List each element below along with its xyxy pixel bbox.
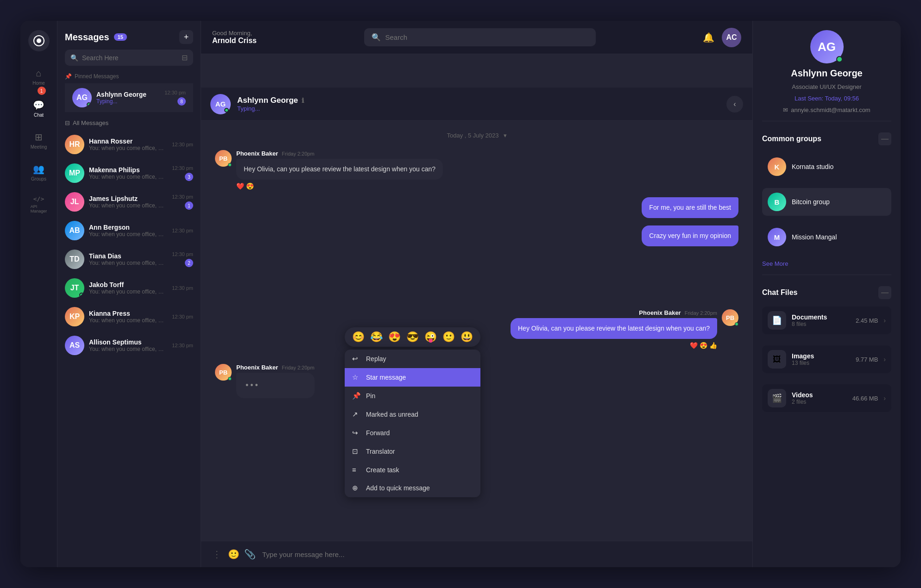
emoji-5[interactable]: 😜 [424, 331, 437, 343]
avatar-allison: AS [65, 336, 84, 355]
contact-list: HR Hanna Rosser You: when you come offic… [57, 130, 201, 567]
sidebar-item-chat[interactable]: 💬 1 Chat [20, 95, 57, 122]
left-navigation: ⌂ Home 💬 1 Chat ⊞ Meeting 👥 Groups [20, 21, 57, 567]
contact-item-allison[interactable]: AS Allison Septimus You: when you come o… [57, 331, 201, 360]
sender-info-m5: Phoenix Baker Friday 2:20pm [236, 364, 315, 371]
sidebar-search-icon: 🔍 [70, 54, 78, 62]
chat-files-header: Chat Files — [762, 286, 891, 299]
contact-item-ann[interactable]: AB Ann Bergson You: when you come office… [57, 216, 201, 245]
emoji-1[interactable]: 😊 [352, 331, 365, 343]
group-avatar-mission: M [768, 228, 786, 246]
attachment-icon[interactable]: 📎 [244, 549, 256, 560]
groups-icon: 👥 [33, 163, 44, 175]
quick-message-icon: ⊕ [352, 484, 360, 492]
nav-label-meeting: Meeting [31, 144, 47, 150]
context-item-pin[interactable]: 📌 Pin [345, 387, 480, 405]
emoji-4[interactable]: 😎 [406, 331, 419, 343]
filter-icon[interactable]: ⊟ [182, 53, 188, 62]
context-item-replay[interactable]: ↩ Replay [345, 350, 480, 368]
emoji-6[interactable]: 🙂 [442, 331, 455, 343]
context-item-task[interactable]: ≡ Create task [345, 461, 480, 479]
context-item-star[interactable]: ☆ Star message [345, 368, 480, 387]
group-item-bitcoin[interactable]: B Bitcoin group [762, 188, 891, 216]
more-options-icon[interactable]: ⋮ [212, 549, 221, 560]
right-last-seen: Last Seen: Today, 09:56 [795, 95, 859, 102]
date-divider: Today , 5 July 2023 ▾ [215, 132, 738, 139]
collapse-files-button[interactable]: — [878, 286, 891, 299]
notifications-bell-icon[interactable]: 🔔 [703, 32, 714, 43]
context-item-forward[interactable]: ↪ Forward [345, 424, 480, 442]
sidebar-search-input[interactable] [82, 54, 178, 62]
contact-item-makenna[interactable]: MP Makenna Philips You: when you come of… [57, 159, 201, 188]
file-item-documents[interactable]: 📄 Documents 8 files 2.45 MB › [762, 307, 891, 334]
sidebar-item-api[interactable]: </> APIManager [20, 191, 57, 218]
message-reactions-m4: ❤️ 😍 👍 [690, 342, 717, 349]
chat-contact-name: Ashlynn George ℹ [237, 96, 304, 105]
input-actions: 🙂 📎 [228, 549, 256, 560]
file-info-images: Images 13 files [792, 352, 850, 366]
emoji-2[interactable]: 😂 [370, 331, 383, 343]
chat-contact-status: Typing... [237, 105, 304, 112]
chat-header-right: ‹ [726, 96, 743, 113]
emoji-7[interactable]: 😃 [460, 331, 473, 343]
online-phoenix-2 [735, 322, 738, 326]
sidebar-item-meeting[interactable]: ⊞ Meeting [20, 127, 57, 154]
contact-time-ashlynn: 12:30 pm [164, 90, 186, 95]
see-more-groups-link[interactable]: See More [762, 260, 891, 267]
contact-meta-tiana: 12:30 pm 2 [172, 251, 193, 267]
contact-item-tiana[interactable]: TD Tiana Dias You: when you come office,… [57, 245, 201, 274]
right-contact-name: Ashlynn George [791, 68, 862, 79]
pinned-label: 📌 Pinned Messages [65, 73, 193, 80]
header-greeting: Good Morning, Arnold Criss [212, 30, 257, 45]
chat-badge: 1 [38, 87, 46, 95]
pin-icon: 📌 [65, 73, 72, 80]
header-search-input[interactable] [385, 33, 588, 41]
right-panel: AG Ashlynn George Associate UI/UX Design… [752, 21, 901, 567]
common-groups-header: Common groups — [762, 132, 891, 145]
context-item-translator[interactable]: ⊡ Translator [345, 442, 480, 461]
file-icon-videos: 🎬 [768, 389, 786, 407]
file-item-images[interactable]: 🖼 Images 13 files 9.77 MB › [762, 345, 891, 373]
add-conversation-button[interactable]: + [179, 30, 193, 44]
emoji-3[interactable]: 😍 [388, 331, 401, 343]
online-dot-chat-header [224, 108, 229, 113]
group-item-kornata[interactable]: K Kornata studio [762, 153, 891, 181]
context-item-unread[interactable]: ↗ Marked as unread [345, 405, 480, 424]
contact-item-hanna[interactable]: HR Hanna Rosser You: when you come offic… [57, 130, 201, 159]
pinned-contact-ashlynn[interactable]: AG Ashlynn George Typing... 12:30 pm 8 [65, 83, 193, 112]
contact-item-kianna[interactable]: KP Kianna Press You: when you come offic… [57, 302, 201, 331]
api-icon: </> [33, 195, 44, 202]
back-button[interactable]: ‹ [726, 96, 743, 113]
avatar-james: JL [65, 192, 84, 212]
collapse-groups-button[interactable]: — [878, 132, 891, 145]
file-item-videos[interactable]: 🎬 Videos 2 files 46.66 MB › [762, 384, 891, 412]
contact-info-icon[interactable]: ℹ [302, 97, 304, 104]
chat-body: Today , 5 July 2023 ▾ PB Phoenix Baker F… [201, 121, 752, 541]
user-avatar-header[interactable]: AC [722, 28, 741, 47]
emoji-input-icon[interactable]: 🙂 [228, 549, 240, 560]
contact-meta-hanna: 12:30 pm [172, 142, 193, 147]
contact-meta-jakob: 12:30 pm [172, 285, 193, 291]
message-input[interactable] [262, 550, 741, 558]
file-icon-documents: 📄 [768, 311, 786, 330]
app-logo [28, 30, 50, 51]
file-arrow-videos: › [883, 394, 886, 402]
meeting-icon: ⊞ [35, 131, 43, 143]
message-row-m3-wrapper: Crazy very fun in my opinion 😊 😂 😍 😎 😜 🙂… [215, 225, 738, 246]
unread-icon: ↗ [352, 410, 360, 419]
contact-meta-ann: 12:30 pm [172, 228, 193, 233]
message-bubble-m4: Hey Olivia, can you please review the la… [511, 318, 717, 339]
divider-2 [762, 275, 891, 275]
pin-icon: 📌 [352, 392, 360, 400]
contact-item-james[interactable]: JL James Lipshutz You: when you come off… [57, 188, 201, 216]
message-bubble-m1: Hey Olivia, can you please review the la… [236, 159, 443, 180]
nav-label-chat: Chat [34, 113, 44, 118]
chat-icon: 💬 [33, 100, 44, 111]
context-item-quick[interactable]: ⊕ Add to quick message [345, 479, 480, 497]
sidebar-item-home[interactable]: ⌂ Home [20, 63, 57, 90]
sidebar-item-groups[interactable]: 👥 Groups [20, 159, 57, 186]
svg-point-1 [37, 38, 41, 43]
group-item-mission[interactable]: M Mission Mangal [762, 223, 891, 251]
divider-1 [762, 121, 891, 121]
contact-item-jakob[interactable]: JT Jakob Torff You: when you come office… [57, 274, 201, 302]
